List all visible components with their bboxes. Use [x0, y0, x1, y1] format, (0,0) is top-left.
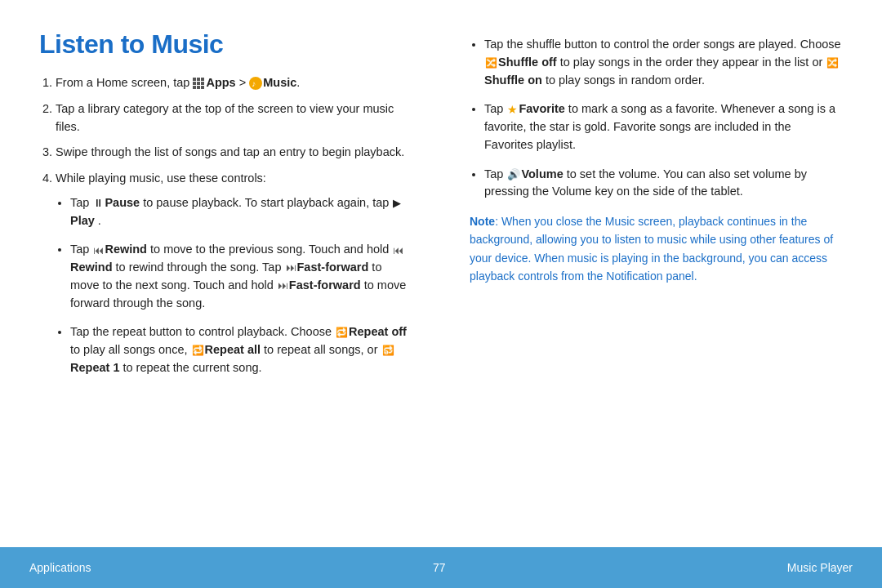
footer-page-number: 77	[433, 561, 446, 574]
bullet-favorite: Tap ★Favorite to mark a song as a favori…	[484, 100, 843, 154]
footer-left: Applications	[29, 561, 91, 574]
bullet-volume: Tap 🔊Volume to set the volume. You can a…	[484, 166, 843, 202]
repeat-one-icon: 🔂	[382, 343, 394, 358]
step-4: While playing music, use these controls:…	[56, 170, 412, 377]
page-content: Listen to Music From a Home screen, tap …	[0, 0, 882, 547]
pause-button-icon: ⏸	[93, 195, 104, 212]
steps-list: From a Home screen, tap Apps > Music. Ta…	[39, 74, 412, 377]
repeat-off-icon: 🔁	[336, 325, 348, 340]
step-2: Tap a library category at the top of the…	[56, 100, 412, 136]
shuffle-off-icon: 🔀	[485, 56, 497, 70]
step-1: From a Home screen, tap Apps > Music.	[56, 74, 412, 92]
page-title: Listen to Music	[39, 29, 412, 60]
footer: Applications 77 Music Player	[0, 547, 882, 588]
control-repeat: Tap the repeat button to control playbac…	[70, 323, 412, 376]
favorite-star-icon: ★	[507, 101, 518, 118]
volume-icon: 🔊	[507, 167, 520, 183]
bullet-shuffle: Tap the shuffle button to control the or…	[484, 36, 843, 89]
shuffle-on-icon: 🔀	[826, 56, 839, 70]
rewind-hold-icon: ⏮	[393, 243, 403, 259]
footer-right: Music Player	[787, 561, 853, 574]
right-bullets-list: Tap the shuffle button to control the or…	[470, 36, 843, 201]
note-paragraph: Note: When you close the Music screen, p…	[470, 212, 843, 286]
control-rewind: Tap ⏮Rewind to move to the previous song…	[70, 241, 412, 312]
right-column: Tap the shuffle button to control the or…	[461, 29, 843, 482]
control-pause: Tap ⏸Pause to pause playback. To start p…	[70, 194, 412, 230]
play-button-icon: ▶	[393, 195, 401, 212]
fastforward-hold-icon: ⏭	[278, 278, 288, 294]
music-app-icon	[249, 77, 262, 90]
controls-list: Tap ⏸Pause to pause playback. To start p…	[56, 194, 412, 377]
step-3: Swipe through the list of songs and tap …	[56, 144, 412, 162]
note-label: Note	[470, 215, 495, 228]
apps-icon	[193, 78, 204, 89]
fastforward-icon: ⏭	[286, 260, 296, 276]
repeat-all-icon: 🔁	[192, 343, 204, 358]
note-text: : When you close the Music screen, playb…	[470, 215, 833, 283]
left-column: Listen to Music From a Home screen, tap …	[39, 29, 429, 482]
rewind-icon: ⏮	[93, 243, 104, 259]
